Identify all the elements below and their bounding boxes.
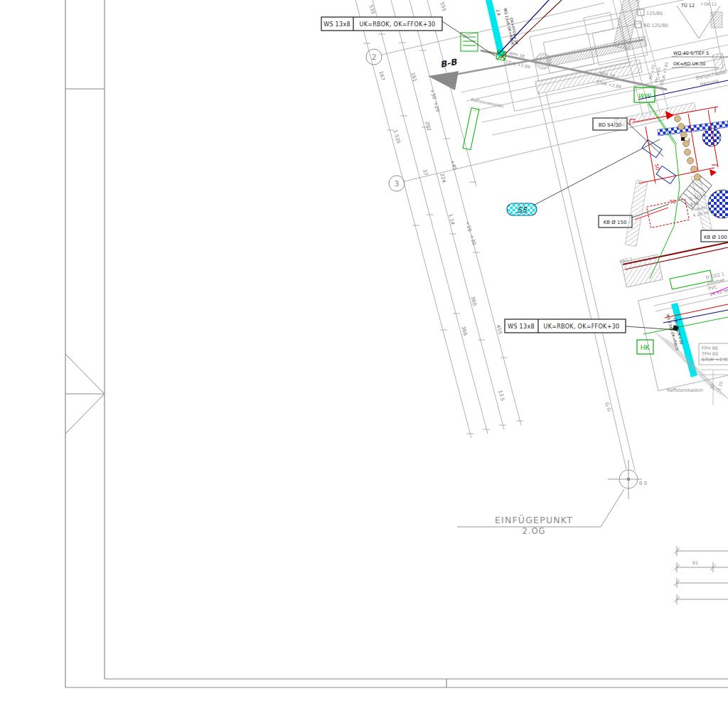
cad-canvas[interactable]: 2 3 G G 535 555 167 161 1.535 202 +30 +2…: [0, 0, 728, 728]
svg-text:FPH 90: FPH 90: [702, 346, 718, 351]
note-stuk785: STUK +7.85: [660, 61, 669, 85]
ws-top-name: WS 13x8: [323, 21, 350, 28]
section-bb-label: B-B: [439, 57, 458, 70]
room-g01-label: D G01 1 Bad Fliesen 4.20 m²: [689, 193, 711, 218]
einfuegepunkt-floor: 2.OG: [523, 526, 546, 536]
dim-30: +30: [429, 88, 437, 100]
radiator-symbols: [461, 33, 479, 150]
bottom-dimensions: [674, 546, 728, 604]
hk-label: HK: [641, 344, 651, 351]
sheet-border: [65, 0, 728, 687]
note-raffstore2: Raffstorekasten: [667, 387, 703, 393]
grid-bubble-3: 3: [389, 176, 405, 191]
dim-50a: 50: [670, 199, 676, 205]
note-tu12: TÜ 12: [680, 3, 695, 9]
dim-20: +20: [432, 101, 441, 112]
svg-text:TPH 90: TPH 90: [701, 351, 718, 357]
dimension-texts: 535 555 167 161 1.535 202 +30 +20 37 224…: [368, 1, 505, 402]
insertion-point: 0 0 EINFÜGEPUNKT 2.OG: [457, 460, 647, 536]
note-125-80: 125/80: [646, 11, 663, 16]
band-top-text3: 2.8: [496, 9, 501, 16]
dim-45: +45: [449, 159, 458, 171]
ws-mid-name: WS 13x8: [508, 323, 535, 330]
note-wd40: WD 40 S/TIEF S: [673, 50, 709, 56]
dimension-chains: [355, 0, 523, 438]
ws-label-mid: WS 13x8 UK=RBOK, OK=FFOK+30: [505, 319, 676, 333]
note-rd125-80: RD 125/80: [643, 23, 668, 28]
kb100-label: KB Ø 100: [701, 230, 728, 242]
note-okrd: OK=RD UK-30: [673, 61, 705, 67]
note-raffstore1: Raffstorekasten: [471, 97, 505, 109]
dim-50b: 50: [653, 164, 660, 171]
s5-label: S5: [517, 205, 528, 215]
grid-2-label: 2: [372, 53, 377, 62]
ph-box: FPH 90 TPH 90 STUK +2.90: [699, 343, 728, 365]
dim-3: 3: [687, 137, 690, 142]
dim-91: 91: [692, 560, 698, 566]
dim-224: 224: [439, 173, 446, 184]
dim-10: +10: [464, 220, 473, 232]
cad-sheet: 2 3 G G 535 555 167 161 1.535 202 +30 +2…: [0, 0, 728, 728]
ws-mid-spec: UK=RBOK, OK=FFOK+30: [544, 323, 620, 330]
dim-114: 1.14: [447, 213, 456, 226]
origin-label: 0 0: [639, 481, 647, 486]
grid-bubble-2: 2: [366, 49, 382, 65]
dim-360: 360: [469, 296, 477, 306]
dim-535: 535: [368, 4, 375, 15]
note-fok12: f OK 12: [701, 1, 717, 6]
room-g02-label: D G02 1 Zimmer PVC 14.92 m²: [705, 271, 728, 298]
dim-1535: 1.535: [392, 129, 401, 144]
dim-135: 13.5: [497, 390, 505, 402]
dim-30b: +30: [469, 234, 477, 245]
dim-37: 37: [422, 168, 429, 176]
ws-top-spec: UK=RBOK, OK=FFOK+30: [360, 21, 436, 28]
dim-167: 167: [378, 70, 385, 81]
kb150-text: KB Ø 150: [604, 220, 627, 225]
dim-455: 455: [495, 324, 503, 335]
dim-161: 161: [410, 72, 417, 82]
einfuegepunkt-label: EINFÜGEPUNKT: [495, 514, 573, 525]
grid-3-label: 3: [395, 179, 400, 188]
dim-30v: 30: [709, 383, 714, 390]
dim-720: 7.20: [717, 381, 723, 392]
dim-555: 555: [439, 1, 446, 12]
hk-marker: HK: [637, 340, 653, 354]
fold-mark: [65, 354, 105, 434]
kb100-text: KB Ø 100: [704, 235, 727, 240]
